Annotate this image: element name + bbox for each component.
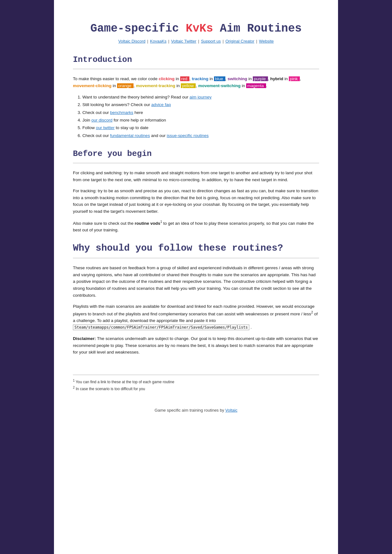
nav-voltaic-discord[interactable]: Voltaic Discord bbox=[118, 39, 146, 44]
word-tracking: tracking bbox=[192, 76, 209, 81]
page-container: Game-specific KvKs Aim Routines Voltaic … bbox=[54, 0, 338, 554]
title-brand: KvKs bbox=[186, 22, 213, 35]
intro-list: Want to understand the theory behind aim… bbox=[82, 93, 319, 140]
main-heading: Game-specific KvKs Aim Routines bbox=[73, 22, 319, 35]
word-movement-tracking: movement-tracking bbox=[136, 83, 175, 88]
why-heading: Why should you follow these routines? bbox=[73, 243, 319, 253]
title-prefix: Game-specific bbox=[90, 22, 186, 35]
footnote-2: 2 In case the scenario is too difficult … bbox=[73, 385, 319, 392]
nav-links: Voltaic Discord | KovaaKs | Voltaic Twit… bbox=[73, 39, 319, 44]
list-item: Follow our twitter to stay up to date bbox=[82, 124, 319, 132]
before-para-1: For clicking and switching: try to make … bbox=[73, 170, 319, 183]
why-section: Why should you follow these routines? Th… bbox=[73, 243, 319, 356]
intro-section: Introduction To make things easier to re… bbox=[73, 55, 319, 140]
intro-color-description: To make things easier to read, we color … bbox=[73, 75, 319, 89]
filepath-display: Steam/steamapps/common/FPSAimTrainer/FPS… bbox=[73, 325, 249, 330]
nav-original-creator[interactable]: Original Creator bbox=[225, 39, 254, 44]
list-item: Join our discord for more help or inform… bbox=[82, 116, 319, 124]
fundamental-routines-link[interactable]: fundamental routines bbox=[110, 133, 150, 138]
word-blue: blue bbox=[214, 76, 225, 81]
why-para-3: Disclaimer: The scenarios underneath are… bbox=[73, 335, 319, 356]
word-movement-switching: movement-switching bbox=[198, 83, 241, 88]
advice-faq-link[interactable]: advice faq bbox=[151, 102, 171, 107]
before-heading: Before you begin bbox=[73, 149, 319, 158]
footer-text: Game specific aim training routines by bbox=[155, 408, 225, 413]
intro-heading: Introduction bbox=[73, 55, 319, 64]
footnote-ref-2: 2 bbox=[311, 311, 313, 314]
why-para-1: These routines are based on feedback fro… bbox=[73, 265, 319, 299]
why-divider bbox=[73, 258, 319, 258]
title-suffix: Aim Routines bbox=[213, 22, 302, 35]
nav-website[interactable]: Website bbox=[259, 39, 274, 44]
aim-journey-link[interactable]: aim journey bbox=[189, 95, 211, 99]
before-para-3: Also make sure to check out the routine … bbox=[73, 219, 319, 234]
twitter-link[interactable]: our twitter bbox=[96, 125, 115, 130]
word-movement-clicking: movement-clicking bbox=[73, 83, 111, 88]
word-magenta: magenta bbox=[246, 83, 266, 88]
footnote-ref-1: 1 bbox=[160, 220, 162, 223]
intro-divider bbox=[73, 69, 319, 69]
footnote-1: 1 You can find a link to these at the to… bbox=[73, 378, 319, 385]
nav-kovaaks[interactable]: KovaaKs bbox=[150, 39, 166, 44]
before-para-2: For tracking: try to be as smooth and pr… bbox=[73, 188, 319, 215]
word-purple: purple bbox=[253, 76, 268, 81]
disclaimer-label: Disclaimer: bbox=[73, 336, 96, 341]
issue-specific-routines-link[interactable]: issue-specific routines bbox=[167, 133, 209, 138]
word-pink: pink bbox=[289, 76, 300, 81]
word-orange: orange bbox=[117, 83, 134, 88]
footer-voltaic-link[interactable]: Voltaic bbox=[225, 408, 237, 413]
word-switching: switching bbox=[228, 76, 247, 81]
list-item: Want to understand the theory behind aim… bbox=[82, 93, 319, 101]
page-title-block: Game-specific KvKs Aim Routines bbox=[73, 22, 319, 35]
routine-vods-label: routine vods bbox=[135, 221, 160, 225]
before-section: Before you begin For clicking and switch… bbox=[73, 149, 319, 233]
nav-support-us[interactable]: Support us bbox=[201, 39, 221, 44]
discord-link[interactable]: our discord bbox=[92, 118, 113, 122]
page-footer: Game specific aim training routines by V… bbox=[73, 408, 319, 413]
word-hybrid: hybrid bbox=[270, 76, 283, 81]
word-red: red bbox=[180, 76, 189, 81]
why-para-2: Playlists with the main scenarios are av… bbox=[73, 303, 319, 331]
footnotes-block: 1 You can find a link to these at the to… bbox=[73, 375, 319, 392]
nav-voltaic-twitter[interactable]: Voltaic Twitter bbox=[171, 39, 196, 44]
list-item: Check out our fundamental routines and o… bbox=[82, 132, 319, 140]
before-divider bbox=[73, 163, 319, 163]
word-clicking: clicking bbox=[159, 76, 175, 81]
list-item: Still looking for answers? Check our adv… bbox=[82, 101, 319, 109]
word-yellow: yellow bbox=[181, 83, 196, 88]
list-item: Check out our benchmarks here bbox=[82, 109, 319, 116]
benchmarks-link[interactable]: benchmarks bbox=[110, 110, 134, 115]
